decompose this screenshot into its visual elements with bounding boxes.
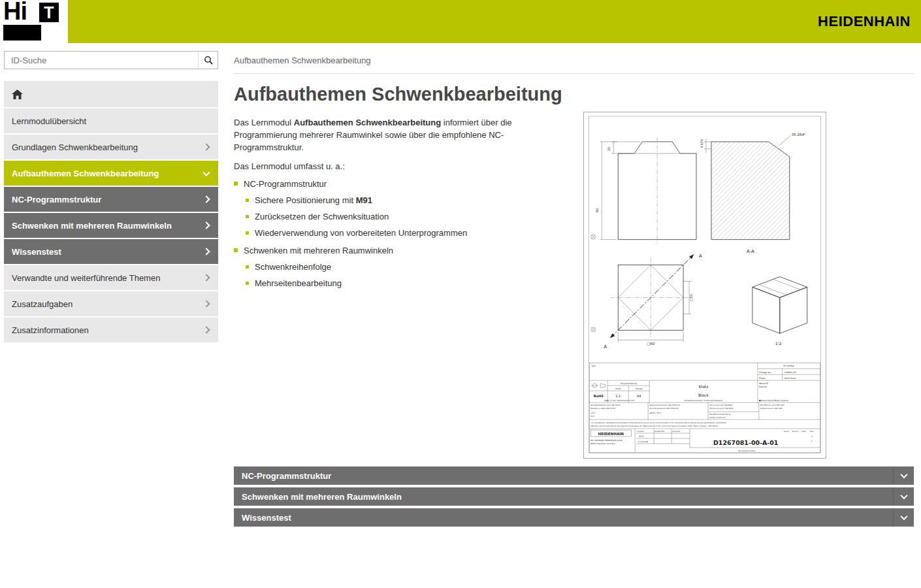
chevron-right-icon xyxy=(202,274,210,281)
tb-created-by: M-TS xyxy=(639,435,643,438)
list-item: Mehrseitenbearbeitung xyxy=(246,278,570,288)
tb-tol5b: Surface treatment xyxy=(709,416,726,419)
tb-tol4a: Oberflächen nach ISO 1302 xyxy=(760,404,784,406)
tb-created-label: Created xyxy=(637,431,644,433)
heidenhain-wordmark: HEIDENHAIN xyxy=(818,13,911,30)
section-label: A-A xyxy=(747,249,754,254)
sidebar-item-grundlagen-schwenkbearbeitung[interactable]: Grundlagen Schwenkbearbeitung xyxy=(4,135,218,159)
tb-blank-surfaces: ●Blanke Flächen/Blank surfaces xyxy=(759,399,788,402)
hit-logo-decoration xyxy=(3,25,41,41)
technical-drawing-figure: 20 80 xyxy=(583,112,826,459)
tb-tol3a: Tolerierung nach ISO 8015 xyxy=(709,404,733,406)
tb-doc-id: D1267081-00-A-01 xyxy=(713,439,778,446)
search-button[interactable] xyxy=(198,52,218,69)
sidebar-item-wissenstest[interactable]: Wissenstest xyxy=(4,239,218,264)
section-arrow-label: A xyxy=(604,344,607,350)
list-item: Wiederverwendung von vorbereiteten Unter… xyxy=(246,228,570,238)
tb-phase: Nicht-Serie xyxy=(784,377,796,380)
section-arrow-label: A xyxy=(699,253,702,259)
drawing-front-view: 20 80 xyxy=(591,137,696,244)
chevron-right-icon xyxy=(202,195,210,203)
home-icon xyxy=(12,90,23,99)
intro-paragraph: Das Lernmodul Aufbauthemen Schwenkbearbe… xyxy=(234,117,570,154)
search-input[interactable] xyxy=(5,56,198,65)
accordion-label: Schwenken mit mehreren Raumwinkeln xyxy=(234,492,893,502)
tb-scale: 1:1 xyxy=(615,394,621,398)
breadcrumb[interactable]: Aufbauthemen Schwenkbearbeitung xyxy=(234,51,914,74)
tb-heidenhain-logo: HEIDENHAIN xyxy=(598,432,624,436)
tb-tol5a: Oberflächenbehandlung xyxy=(709,413,731,416)
tb-responsible-label: Responsible xyxy=(654,431,665,433)
chevron-down-icon xyxy=(202,169,210,176)
sidebar-item-verwandte-themen[interactable]: Verwandte und weiterführende Themen xyxy=(4,265,218,290)
hit-logo[interactable]: Hi T xyxy=(0,0,68,43)
chevron-down-icon xyxy=(900,471,907,478)
chevron-down-icon xyxy=(900,513,907,520)
sidebar-item-zusatzinformationen[interactable]: Zusatzinformationen xyxy=(4,318,218,342)
content-row: Das Lernmodul Aufbauthemen Schwenkbearbe… xyxy=(234,112,914,459)
main-content: Aufbauthemen Schwenkbearbeitung Aufbauth… xyxy=(234,51,914,529)
drawing-iso-view: 1:2 xyxy=(752,277,807,346)
technical-drawing: 20 80 xyxy=(584,112,826,458)
sidebar: Lernmodulübersicht Grundlagen Schwenkbea… xyxy=(4,51,218,344)
sidebar-item-aufbauthemen-schwenkbearbeitung[interactable]: Aufbauthemen Schwenkbearbeitung xyxy=(4,161,218,186)
id-search xyxy=(4,51,218,69)
list-item: Schwenken mit mehreren Raumwinkeln Schwe… xyxy=(234,246,570,288)
sidebar-item-zusatzaufgaben[interactable]: Zusatzaufgaben xyxy=(4,291,218,316)
sidebar-item-label: Lernmodulübersicht xyxy=(12,116,86,126)
topic-list: NC-Programmstruktur Sichere Positionieru… xyxy=(234,179,570,288)
tb-text-label: Text xyxy=(590,365,596,367)
accordion-label: Wissenstest xyxy=(234,513,893,523)
sidebar-item-label: Wissenstest xyxy=(12,247,61,257)
accordion-schwenken-mit-mehreren-raumwinkeln[interactable]: Schwenken mit mehreren Raumwinkeln xyxy=(234,487,914,506)
search-icon xyxy=(204,56,213,65)
bullet-icon xyxy=(234,248,238,252)
chevron-right-icon xyxy=(202,248,210,255)
tb-sheet-label: Sheet xyxy=(801,431,806,433)
accordion-toggle[interactable] xyxy=(893,487,914,506)
list-item: NC-Programmstruktur Sichere Positionieru… xyxy=(234,179,570,238)
brand-band: HEIDENHAIN xyxy=(68,0,921,43)
tb-component: Einzelteilzeichnung / Component Drawing xyxy=(685,399,722,402)
sidebar-item-nc-programmstruktur[interactable]: NC-Programmstruktur xyxy=(4,187,218,212)
sidebar-item-lernmoduluebersicht[interactable]: Lernmodulübersicht xyxy=(4,108,218,133)
tb-tol1a: Werkstückkanten nach ISO 13715 xyxy=(590,404,621,406)
article-text: Das Lernmodul Aufbauthemen Schwenkbearbe… xyxy=(234,112,583,296)
drawing-section-view: 35.264° 4.674 A-A xyxy=(700,133,806,254)
tb-tol3b: Tolerances as per ISO 8015 xyxy=(709,407,734,410)
bullet-icon xyxy=(246,199,249,202)
tb-title-en: Block xyxy=(698,393,709,397)
projection-symbol-icon xyxy=(591,384,606,387)
includes-line: Das Lernmodul umfasst u. a.: xyxy=(234,161,570,173)
tb-rohs: RoHS xyxy=(594,394,604,398)
dim-angle: 35.264° xyxy=(792,133,806,137)
sidebar-item-home[interactable] xyxy=(4,81,218,107)
sidebar-item-label: Aufbauthemen Schwenkbearbeitung xyxy=(12,169,159,178)
hit-logo-t-block: T xyxy=(39,3,59,22)
bullet-icon xyxy=(246,231,249,235)
dim-80: 80 xyxy=(595,208,599,212)
top-header: Hi T HEIDENHAIN xyxy=(0,0,921,43)
tb-change-no: C000N1-05 xyxy=(784,371,796,374)
tb-tol2b: General tolerances ISO 2768-mH xyxy=(649,407,678,410)
surface-symbol-icon xyxy=(591,235,596,239)
tb-material-label2: Material xyxy=(759,385,767,388)
accordion-toggle[interactable] xyxy=(893,508,914,527)
drawing-title-block: Text ID number Change No. C000N1-05 Phas… xyxy=(589,363,820,453)
tb-tol2c: ≤6mm: ±0.2 xyxy=(649,412,661,414)
chevron-down-icon xyxy=(900,492,907,499)
tb-title-de: Klotz xyxy=(699,384,709,389)
tb-document-number-label: Document number xyxy=(739,449,756,452)
tb-revision-label: Revision xyxy=(792,431,799,433)
accordion-toggle[interactable] xyxy=(893,466,914,485)
accordion-wissenstest[interactable]: Wissenstest xyxy=(234,508,914,527)
chevron-right-icon xyxy=(202,300,210,307)
accordion-group: NC-Programmstruktur Schwenken mit mehrer… xyxy=(234,466,914,527)
chevron-right-icon xyxy=(202,221,210,229)
sidebar-item-label: Verwandte und weiterführende Themen xyxy=(12,273,160,283)
tb-company-line2: 83301 Traunreut, Germany xyxy=(590,442,615,445)
tb-id-number: ID number xyxy=(783,365,795,367)
accordion-nc-programmstruktur[interactable]: NC-Programmstruktur xyxy=(234,466,914,485)
sidebar-item-label: Zusatzinformationen xyxy=(12,325,89,335)
sidebar-item-schwenken-mit-mehreren-raumwinkeln[interactable]: Schwenken mit mehreren Raumwinkeln xyxy=(4,213,218,238)
